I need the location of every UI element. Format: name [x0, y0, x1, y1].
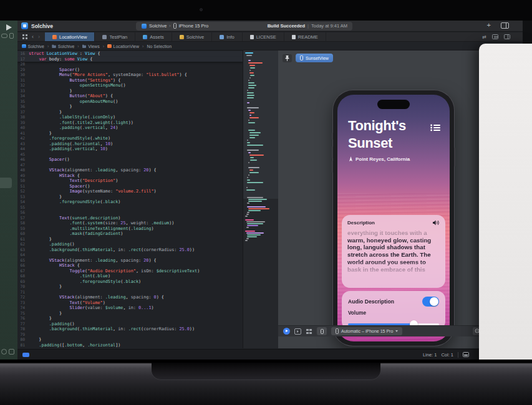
code-line[interactable]: 78 .background(.thinMaterial, in: .rect(…: [17, 326, 243, 332]
tab-assets[interactable]: Assets: [135, 32, 172, 41]
code-line[interactable]: 50 Text("Description"): [17, 178, 243, 184]
back-button[interactable]: ‹: [32, 32, 34, 42]
code-line[interactable]: 72 VStack(alignment: .leading, spacing: …: [17, 295, 243, 300]
code-line[interactable]: 76 }: [17, 316, 243, 322]
code-line[interactable]: 33 }: [17, 88, 243, 94]
code-line[interactable]: 59 .multilineTextAlignment(.leading): [17, 226, 243, 232]
list-bullet-icon[interactable]: [430, 123, 440, 134]
scheme-project-label[interactable]: Solchive: [149, 23, 167, 29]
code-line[interactable]: 56: [17, 210, 243, 216]
circle-icon[interactable]: [1, 349, 7, 355]
pin-preview-button[interactable]: [283, 54, 292, 62]
add-button[interactable]: +: [487, 22, 491, 29]
minimap-toggle-icon[interactable]: [492, 34, 498, 39]
code-line[interactable]: 53 }: [17, 194, 243, 200]
breadcrumb-item[interactable]: Views: [82, 44, 100, 49]
code-line[interactable]: 63 .background(.thinMaterial, in: .rect(…: [17, 247, 243, 253]
code-line[interactable]: 28: [17, 62, 243, 67]
code-line[interactable]: 37 }: [17, 110, 243, 115]
breadcrumb-item[interactable]: No Selection: [147, 44, 172, 49]
code-line[interactable]: 68 .tint(.blue): [17, 274, 243, 279]
code-line[interactable]: 39 .font(.title2.weight(.light)): [17, 120, 243, 126]
code-line[interactable]: 60 .mask(fadingGradient): [17, 231, 243, 237]
forward-button[interactable]: ›: [38, 32, 40, 42]
preview-name-label[interactable]: SunsetView: [306, 56, 329, 60]
code-line[interactable]: 34 Button("About") {: [17, 93, 243, 99]
minimap[interactable]: [243, 50, 278, 348]
activity-view[interactable]: Solchive › iPhone 15 Pro Build Succeeded…: [136, 22, 352, 31]
tab-locationview[interactable]: LocationView: [45, 32, 95, 41]
code-line[interactable]: 41 }: [17, 131, 243, 136]
minimap-visible-region[interactable]: [243, 50, 278, 199]
code-line[interactable]: 49 HStack {: [17, 173, 243, 179]
run-button[interactable]: [4, 23, 14, 32]
code-line[interactable]: 66 HStack {: [17, 263, 243, 269]
code-line[interactable]: 70 }: [17, 284, 243, 290]
tab-info[interactable]: Info: [212, 32, 243, 41]
background-window[interactable]: [479, 44, 532, 380]
code-line[interactable]: 51 Spacer(): [17, 184, 243, 189]
counterparts-icon[interactable]: ⇄: [482, 34, 486, 40]
code-line[interactable]: 31 Button("Settings") {: [17, 78, 243, 83]
code-line[interactable]: 54 .foregroundStyle(.black): [17, 199, 243, 205]
device-frame-icon[interactable]: [9, 33, 14, 39]
code-line[interactable]: 80 }: [17, 337, 243, 343]
code-line[interactable]: 67 Toggle("Audio Description", isOn: $de…: [17, 269, 243, 274]
display-icon[interactable]: [463, 352, 469, 357]
code-line[interactable]: 55: [17, 205, 243, 211]
audio-description-toggle[interactable]: [422, 297, 439, 307]
tab-testplan[interactable]: TestPlan: [95, 32, 135, 41]
code-line[interactable]: 47: [17, 163, 243, 168]
code-line[interactable]: 73 Text("Volume"): [17, 300, 243, 306]
code-line[interactable]: 64: [17, 252, 243, 258]
code-line[interactable]: 43 .padding(.horizontal, 10): [17, 141, 243, 147]
code-line[interactable]: 74 Slider(value: $volume, in: 0...1): [17, 305, 243, 311]
breakpoint-indicator[interactable]: [22, 353, 29, 357]
code-line[interactable]: 46 Spacer(): [17, 157, 243, 163]
code-line[interactable]: 48 VStack(alignment: .leading, spacing: …: [17, 168, 243, 173]
code-line[interactable]: 44 .padding(.vertical, 10): [17, 146, 243, 152]
code-line[interactable]: 75 }: [17, 311, 243, 317]
code-line[interactable]: 36 }: [17, 104, 243, 110]
code-line[interactable]: 61 }: [17, 237, 243, 242]
variants-mode-button[interactable]: [306, 328, 312, 335]
breadcrumb-item[interactable]: Solchive: [22, 44, 44, 49]
code-line[interactable]: 38 .labelStyle(.iconOnly): [17, 115, 243, 120]
code-line[interactable]: 17 var body: some View {: [17, 57, 243, 62]
iphone-preview[interactable]: Tonight's Sunset Point R: [333, 90, 454, 346]
code-line[interactable]: 58 .font(.system(size: 25, weight: .medi…: [17, 221, 243, 226]
live-preview-mode-button[interactable]: [283, 328, 290, 335]
device-selector[interactable]: Automatic – iPhone 15 Pro: [331, 327, 402, 335]
code-line[interactable]: 81 .padding([.bottom, .horizontal]): [17, 343, 243, 348]
code-line[interactable]: 69 .foregroundStyle(.black): [17, 279, 243, 285]
scheme-selector[interactable]: Solchive › iPhone 15 Pro: [142, 23, 208, 29]
code-line[interactable]: 45: [17, 152, 243, 158]
breadcrumb-item[interactable]: Solchive: [52, 44, 74, 49]
code-line[interactable]: 35 openAboutMenu(): [17, 99, 243, 105]
square-icon[interactable]: [9, 349, 14, 355]
tab-readme[interactable]: README: [284, 32, 326, 41]
code-line[interactable]: 16struct LocationView : View {: [17, 51, 243, 57]
code-line[interactable]: 52 Image(systemName: "volume.2.fill"): [17, 189, 243, 194]
code-line[interactable]: 42 .foregroundStyle(.white): [17, 136, 243, 141]
speaker-icon[interactable]: [433, 220, 440, 226]
add-editor-icon[interactable]: [504, 34, 510, 39]
tab-license[interactable]: LICENSE: [243, 32, 284, 41]
code-line[interactable]: 32 openSettingsMenu(): [17, 83, 243, 88]
breadcrumb-item[interactable]: LocationView: [107, 44, 139, 49]
code-line[interactable]: 40 .padding(.vertical, 24): [17, 125, 243, 131]
device-settings-button[interactable]: [317, 327, 327, 335]
tab-solchive[interactable]: Solchive: [172, 32, 212, 41]
code-line[interactable]: 57 Text(sunset.description): [17, 216, 243, 221]
code-line[interactable]: 65 VStack(alignment: .leading, spacing: …: [17, 258, 243, 264]
inspector-toggle-icon[interactable]: [501, 22, 509, 29]
run-destination-label[interactable]: iPhone 15 Pro: [179, 23, 209, 29]
preview-name-tag[interactable]: SunsetView: [296, 54, 333, 62]
code-line[interactable]: 30 Menu("More Actions", systemImage: "li…: [17, 72, 243, 78]
code-line[interactable]: 77 .padding(): [17, 322, 243, 327]
code-line[interactable]: 71: [17, 290, 243, 295]
window-pill-icon[interactable]: [1, 34, 7, 38]
source-editor[interactable]: 16struct LocationView : View {17 var bod…: [17, 50, 278, 348]
code-line[interactable]: 62 .padding(): [17, 242, 243, 247]
selectable-mode-button[interactable]: [294, 328, 301, 335]
